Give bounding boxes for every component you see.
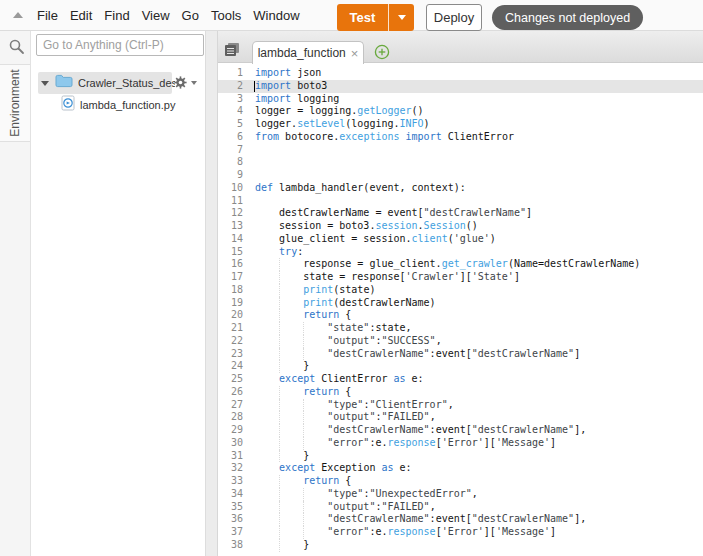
line-number[interactable]: 3 (218, 93, 243, 106)
line-number[interactable]: 33 (218, 475, 243, 488)
code-line[interactable]: 7 (218, 144, 703, 157)
code-line[interactable]: 4logger = logging.getLogger() (218, 105, 703, 118)
code-line[interactable]: 24 } (218, 360, 703, 373)
code-line[interactable]: 31 } (218, 450, 703, 463)
line-number[interactable]: 13 (218, 220, 243, 233)
code-line[interactable]: 9 (218, 169, 703, 182)
line-number[interactable]: 34 (218, 488, 243, 501)
code-line[interactable]: 28 "output":"FAILED", (218, 411, 703, 424)
line-number[interactable]: 17 (218, 271, 243, 284)
line-number[interactable]: 14 (218, 233, 243, 246)
menu-edit[interactable]: Edit (64, 5, 98, 26)
line-number[interactable]: 37 (218, 526, 243, 539)
menu-view[interactable]: View (136, 5, 176, 26)
menu-find[interactable]: Find (98, 5, 135, 26)
code-line[interactable]: 6from botocore.exceptions import ClientE… (218, 131, 703, 144)
tab-lambda-function[interactable]: lambda_function × (252, 41, 364, 64)
line-number[interactable]: 30 (218, 437, 243, 450)
code-line[interactable]: 2import boto3 (218, 80, 703, 93)
code-line[interactable]: 36 "destCrawlerName":event["destCrawlerN… (218, 513, 703, 526)
line-number[interactable]: 21 (218, 322, 243, 335)
line-number[interactable]: 19 (218, 297, 243, 310)
line-number[interactable]: 20 (218, 309, 243, 322)
menu-file[interactable]: File (31, 5, 64, 26)
line-number[interactable]: 29 (218, 424, 243, 437)
code-line[interactable]: 37 "error":e.response['Error']['Message'… (218, 526, 703, 539)
menu-tools[interactable]: Tools (205, 5, 247, 26)
code-line[interactable]: 10def lambda_handler(event, context): (218, 182, 703, 195)
code-line[interactable]: 19 print(destCrawlerName) (218, 297, 703, 310)
code-line[interactable]: 26 return { (218, 386, 703, 399)
code-line[interactable]: 12 destCrawlerName = event["destCrawlerN… (218, 207, 703, 220)
code-line[interactable]: 17 state = response['Crawler']['State'] (218, 271, 703, 284)
menu-go[interactable]: Go (176, 5, 205, 26)
code-line[interactable]: 33 return { (218, 475, 703, 488)
deploy-button[interactable]: Deploy (426, 4, 482, 31)
code-line[interactable]: 21 "state":state, (218, 322, 703, 335)
line-number[interactable]: 38 (218, 539, 243, 552)
line-number[interactable]: 16 (218, 258, 243, 271)
menu-window[interactable]: Window (247, 5, 305, 26)
code-line[interactable]: 18 print(state) (218, 284, 703, 297)
tree-settings-button[interactable] (173, 75, 197, 90)
line-number[interactable]: 11 (218, 195, 243, 208)
code-editor[interactable]: 1import json2import boto33import logging… (218, 63, 703, 556)
folder-disclosure-icon[interactable] (41, 81, 49, 86)
line-number[interactable]: 32 (218, 462, 243, 475)
code-line[interactable]: 32 except Exception as e: (218, 462, 703, 475)
tree-folder-row[interactable]: Crawler_Status_des (32, 72, 205, 94)
tree-file-row[interactable]: lambda_function.py (32, 94, 205, 116)
code-line[interactable]: 27 "type":"ClientError", (218, 399, 703, 412)
line-number[interactable]: 5 (218, 118, 243, 131)
test-button-label[interactable]: Test (337, 4, 388, 31)
line-number[interactable]: 24 (218, 360, 243, 373)
goto-anything-input[interactable] (36, 34, 204, 56)
line-number[interactable]: 18 (218, 284, 243, 297)
code-line[interactable]: 20 return { (218, 309, 703, 322)
line-number[interactable]: 36 (218, 513, 243, 526)
line-number[interactable]: 25 (218, 373, 243, 386)
test-button[interactable]: Test (337, 4, 414, 31)
code-line[interactable]: 22 "output":"SUCCESS", (218, 335, 703, 348)
line-number[interactable]: 2 (218, 80, 243, 93)
line-number[interactable]: 7 (218, 144, 243, 157)
code-line[interactable]: 14 glue_client = session.client('glue') (218, 233, 703, 246)
code-line[interactable]: 8 (218, 156, 703, 169)
code-line[interactable]: 11 (218, 195, 703, 208)
tab-close-icon[interactable]: × (351, 47, 359, 60)
code-line[interactable]: 35 "output":"FAILED", (218, 501, 703, 514)
code-line[interactable]: 3import logging (218, 93, 703, 106)
line-number[interactable]: 6 (218, 131, 243, 144)
line-number[interactable]: 23 (218, 348, 243, 361)
line-number[interactable]: 27 (218, 399, 243, 412)
code-line[interactable]: 15 try: (218, 246, 703, 259)
line-number[interactable]: 4 (218, 105, 243, 118)
code-line[interactable]: 38 } (218, 539, 703, 552)
line-number[interactable]: 35 (218, 501, 243, 514)
line-number[interactable]: 26 (218, 386, 243, 399)
code-line[interactable]: 16 response = glue_client.get_crawler(Na… (218, 258, 703, 271)
code-line[interactable]: 30 "error":e.response['Error']['Message'… (218, 437, 703, 450)
test-dropdown-button[interactable] (389, 4, 414, 31)
environment-panel-tab[interactable]: Environment (0, 64, 30, 142)
line-number[interactable]: 28 (218, 411, 243, 424)
panel-splitter[interactable] (205, 31, 218, 556)
collapse-menubar-icon[interactable] (13, 12, 23, 18)
code-line[interactable]: 23 "destCrawlerName":event["destCrawlerN… (218, 348, 703, 361)
code-line[interactable]: 34 "type":"UnexpectedError", (218, 488, 703, 501)
line-number[interactable]: 10 (218, 182, 243, 195)
code-line[interactable]: 25 except ClientError as e: (218, 373, 703, 386)
code-line[interactable]: 13 session = boto3.session.Session() (218, 220, 703, 233)
line-number[interactable]: 8 (218, 156, 243, 169)
line-number[interactable]: 12 (218, 207, 243, 220)
line-number[interactable]: 15 (218, 246, 243, 259)
line-number[interactable]: 1 (218, 67, 243, 80)
tab-list-icon[interactable] (224, 42, 240, 61)
new-tab-button[interactable] (374, 44, 390, 64)
code-line[interactable]: 5logger.setLevel(logging.INFO) (218, 118, 703, 131)
line-number[interactable]: 22 (218, 335, 243, 348)
line-number[interactable]: 9 (218, 169, 243, 182)
search-icon[interactable] (8, 38, 25, 59)
line-number[interactable]: 31 (218, 450, 243, 463)
code-line[interactable]: 29 "destCrawlerName":event["destCrawlerN… (218, 424, 703, 437)
